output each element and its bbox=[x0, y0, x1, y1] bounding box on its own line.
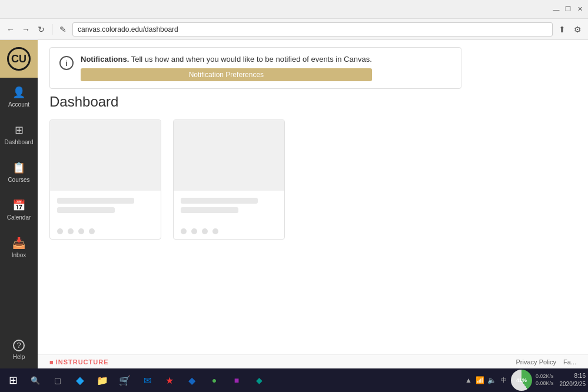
card-image-2 bbox=[174, 120, 284, 191]
taskbar-search-icon: 🔍 bbox=[31, 376, 40, 385]
tray-icon-chinese[interactable]: 中 bbox=[499, 376, 509, 385]
taskbar-tray: ▲ 📶 🔈 中 41% 0.02K/s 0.08K/s bbox=[459, 370, 559, 391]
card-line-1 bbox=[57, 198, 134, 204]
sidebar-logo[interactable]: CU bbox=[0, 40, 38, 78]
card-dot-1 bbox=[57, 228, 63, 234]
card-line-4 bbox=[181, 207, 238, 213]
taskbar-app-browser[interactable]: ◆ bbox=[181, 370, 202, 391]
restore-btn[interactable]: ❐ bbox=[564, 6, 572, 13]
taskbar-app-teal[interactable]: ◆ bbox=[248, 370, 270, 391]
sidebar-item-courses[interactable]: 📋 Courses bbox=[0, 153, 38, 191]
taskbar-task-view-btn[interactable]: ▢ bbox=[47, 370, 68, 391]
clock-date: 2020/2/25 bbox=[560, 380, 586, 388]
sidebar-item-courses-label: Courses bbox=[8, 177, 29, 183]
instructure-logo-text: INSTRUCTURE bbox=[56, 358, 109, 366]
reload-btn[interactable]: ↻ bbox=[35, 24, 47, 35]
taskbar-search-btn[interactable]: 🔍 bbox=[25, 370, 46, 391]
purple-app-icon: ■ bbox=[234, 376, 239, 385]
sidebar-item-account[interactable]: 👤 Account bbox=[0, 78, 38, 115]
notification-info-icon: i bbox=[59, 56, 74, 70]
minimize-btn[interactable]: — bbox=[553, 6, 560, 13]
course-card-1[interactable] bbox=[49, 119, 161, 240]
bookmark-btn[interactable]: ✎ bbox=[57, 24, 69, 35]
taskbar-app-purple[interactable]: ■ bbox=[226, 370, 247, 391]
main-content: i Notifications. Tell us how and when yo… bbox=[38, 40, 588, 368]
tray-icon-volume[interactable]: 🔈 bbox=[487, 376, 497, 385]
card-line-3 bbox=[181, 198, 258, 204]
tray-icon-network[interactable]: 📶 bbox=[476, 376, 485, 385]
course-card-2[interactable] bbox=[173, 119, 285, 240]
account-icon: 👤 bbox=[12, 86, 25, 99]
green-app-icon: ● bbox=[212, 376, 217, 385]
notification-banner: i Notifications. Tell us how and when yo… bbox=[49, 47, 461, 89]
taskbar-start-btn[interactable]: ⊞ bbox=[2, 370, 24, 391]
dashboard-icon: ⊞ bbox=[15, 124, 24, 137]
tray-icon-1[interactable]: ▲ bbox=[464, 376, 473, 385]
teal-app-icon: ◆ bbox=[256, 376, 263, 385]
sidebar-item-dashboard-label: Dashboard bbox=[5, 139, 34, 145]
sidebar-item-inbox[interactable]: 📥 Inbox bbox=[0, 228, 38, 266]
taskbar-app-red-icon: ★ bbox=[165, 375, 174, 386]
notification-content: Notifications. Tell us how and when you … bbox=[81, 55, 372, 81]
taskbar-app-green[interactable]: ● bbox=[204, 370, 225, 391]
sidebar-item-calendar[interactable]: 📅 Calendar bbox=[0, 191, 38, 228]
card-dot-4 bbox=[89, 228, 95, 234]
extensions-btn[interactable]: ⚙ bbox=[572, 24, 583, 35]
store-icon: 🛒 bbox=[119, 375, 131, 386]
card-dot-7 bbox=[202, 228, 208, 234]
forward-btn[interactable]: → bbox=[20, 24, 32, 35]
card-image-1 bbox=[50, 120, 161, 191]
taskbar-app-store[interactable]: 🛒 bbox=[114, 370, 135, 391]
card-body-1 bbox=[50, 191, 161, 224]
taskbar-clock[interactable]: 8:16 2020/2/25 bbox=[560, 372, 586, 388]
courses-icon: 📋 bbox=[12, 161, 25, 174]
taskbar-app-mail[interactable]: ✉ bbox=[137, 370, 158, 391]
nav-divider bbox=[52, 24, 52, 35]
sidebar-item-calendar-label: Calendar bbox=[7, 214, 31, 221]
cards-row bbox=[49, 119, 576, 240]
speed-down: 0.08K/s bbox=[536, 380, 554, 387]
taskbar-app-explorer[interactable]: 📁 bbox=[92, 370, 113, 391]
sidebar-item-help-label: Help bbox=[13, 354, 25, 360]
dashboard-area: Dashboard bbox=[38, 94, 588, 354]
cu-logo: CU bbox=[7, 47, 31, 71]
privacy-policy-link[interactable]: Privacy Policy bbox=[516, 358, 556, 366]
mail-icon: ✉ bbox=[144, 375, 151, 386]
taskbar-app-edge[interactable]: ◆ bbox=[69, 370, 91, 391]
bottom-links: Privacy Policy Fa... bbox=[516, 358, 576, 366]
card-dot-2 bbox=[68, 228, 74, 234]
inbox-icon: 📥 bbox=[12, 237, 25, 250]
network-indicator[interactable]: 41% bbox=[511, 370, 532, 391]
card-footer-2 bbox=[174, 224, 284, 239]
card-dot-3 bbox=[78, 228, 84, 234]
task-view-icon: ▢ bbox=[54, 376, 61, 385]
sidebar: CU 👤 Account ⊞ Dashboard 📋 Courses 📅 Cal… bbox=[0, 40, 38, 368]
card-footer-1 bbox=[50, 224, 161, 239]
card-dot-5 bbox=[181, 228, 187, 234]
share-btn[interactable]: ⬆ bbox=[556, 24, 568, 35]
page-title: Dashboard bbox=[49, 94, 576, 110]
notification-body: Tell us how and when you would like to b… bbox=[131, 55, 372, 64]
back-btn[interactable]: ← bbox=[5, 24, 16, 35]
sidebar-item-dashboard[interactable]: ⊞ Dashboard bbox=[0, 115, 38, 153]
taskbar-app-red[interactable]: ★ bbox=[159, 370, 180, 391]
app-container: CU 👤 Account ⊞ Dashboard 📋 Courses 📅 Cal… bbox=[0, 40, 588, 368]
bottom-bar: ■ INSTRUCTURE Privacy Policy Fa... bbox=[38, 354, 588, 368]
calendar-icon: 📅 bbox=[12, 199, 25, 212]
close-btn[interactable]: ✕ bbox=[576, 6, 583, 13]
instructure-logo-icon: ■ bbox=[49, 358, 54, 366]
instructure-logo: ■ INSTRUCTURE bbox=[49, 358, 109, 366]
card-dot-8 bbox=[212, 228, 218, 234]
browser-icon: ◆ bbox=[188, 375, 195, 386]
notification-preferences-button[interactable]: Notification Preferences bbox=[81, 68, 372, 81]
fa-link[interactable]: Fa... bbox=[563, 358, 576, 366]
help-icon: ? bbox=[13, 340, 25, 351]
sidebar-item-help[interactable]: ? Help bbox=[0, 331, 38, 368]
notification-bold: Notifications. bbox=[81, 55, 129, 64]
explorer-icon: 📁 bbox=[97, 375, 108, 386]
edge-icon: ◆ bbox=[76, 374, 84, 387]
title-bar: — ❐ ✕ bbox=[0, 0, 588, 19]
address-bar[interactable] bbox=[72, 22, 553, 36]
card-dot-6 bbox=[191, 228, 197, 234]
notification-text: Notifications. Tell us how and when you … bbox=[81, 55, 372, 64]
